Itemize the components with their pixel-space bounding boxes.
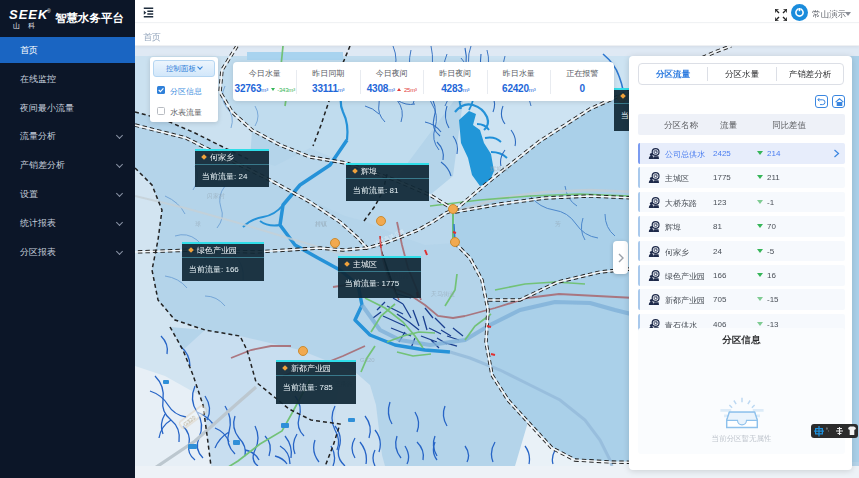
svg-text:闪家村: 闪家村 xyxy=(207,192,225,200)
svg-text:山科: 山科 xyxy=(13,22,43,29)
svg-text:智慧水务平台: 智慧水务平台 xyxy=(54,11,124,24)
svg-text:辉埠镇: 辉埠镇 xyxy=(490,166,508,172)
svg-text:SEEK: SEEK xyxy=(9,7,49,22)
svg-text:®: ® xyxy=(47,8,51,14)
svg-text:天马街道: 天马街道 xyxy=(431,291,455,298)
svg-text:G320: G320 xyxy=(360,357,375,363)
svg-text:º,: º, xyxy=(826,426,829,432)
